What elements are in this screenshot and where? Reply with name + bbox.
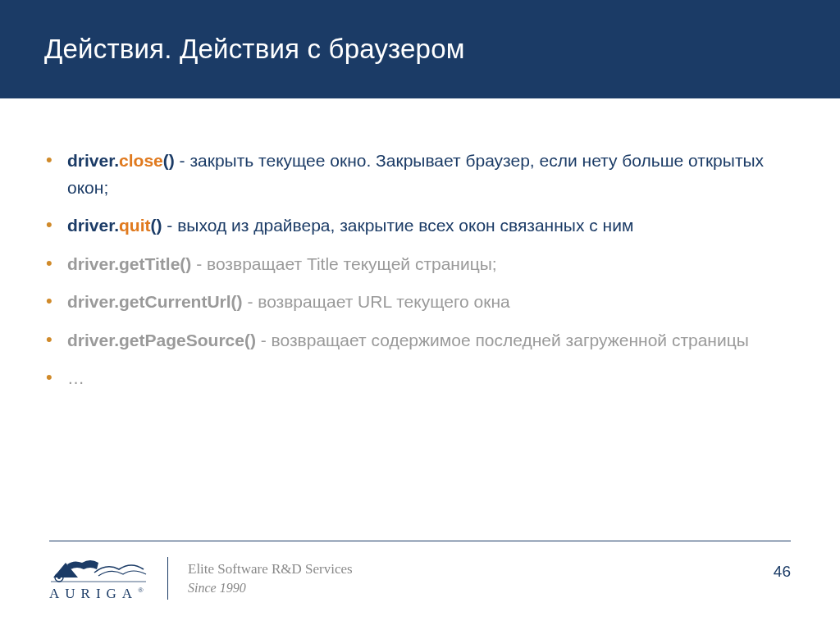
content-area: driver.close() - закрыть текущее окно. З… <box>0 98 840 392</box>
slide: Действия. Действия с браузером driver.cl… <box>0 0 840 630</box>
bullet-desc: - возвращает содержимое последней загруж… <box>256 331 749 349</box>
footer-row: AURIGA® Elite Software R&D Services Sinc… <box>49 555 791 602</box>
code-suffix: () <box>151 216 162 235</box>
tagline-line1: Elite Software R&D Services <box>188 560 353 579</box>
code-full: driver.getTitle() <box>67 254 191 273</box>
svg-point-1 <box>57 576 61 579</box>
vertical-divider <box>167 557 168 600</box>
ellipsis: … <box>67 368 84 387</box>
code-method: quit <box>119 216 150 235</box>
bullet-desc: - выход из драйвера, закрытие всех окон … <box>162 216 634 235</box>
bullet-item: driver.getPageSource() - возвращает соде… <box>64 327 791 354</box>
code-method: close <box>119 151 163 170</box>
bullet-desc: - возвращает Title текущей страницы; <box>191 254 496 273</box>
bullet-item-ellipsis: … <box>64 365 791 392</box>
logo-name: AURIGA <box>49 586 138 601</box>
code-suffix: () <box>163 151 175 170</box>
bullet-item: driver.quit() - выход из драйвера, закры… <box>64 212 791 240</box>
footer: AURIGA® Elite Software R&D Services Sinc… <box>49 541 791 602</box>
footer-divider <box>49 541 791 541</box>
logo-text: AURIGA® <box>49 586 144 602</box>
bullet-item: driver.getTitle() - возвращает Title тек… <box>64 251 791 278</box>
bullet-desc: - возвращает URL текущего окна <box>243 292 510 311</box>
bullet-item: driver.getCurrentUrl() - возвращает URL … <box>64 289 791 316</box>
code-full: driver.getCurrentUrl() <box>67 292 243 311</box>
logo: AURIGA® <box>49 555 148 602</box>
tagline: Elite Software R&D Services Since 1990 <box>188 560 353 597</box>
tagline-line2: Since 1990 <box>188 579 353 597</box>
slide-title: Действия. Действия с браузером <box>44 34 465 65</box>
code-full: driver.getPageSource() <box>67 331 256 349</box>
title-band: Действия. Действия с браузером <box>0 0 840 98</box>
code-prefix: driver. <box>67 151 119 170</box>
chariot-icon <box>49 555 148 584</box>
registered-icon: ® <box>138 586 144 594</box>
code-prefix: driver. <box>67 216 119 235</box>
bullet-item: driver.close() - закрыть текущее окно. З… <box>64 148 791 201</box>
bullet-list: driver.close() - закрыть текущее окно. З… <box>64 148 791 392</box>
